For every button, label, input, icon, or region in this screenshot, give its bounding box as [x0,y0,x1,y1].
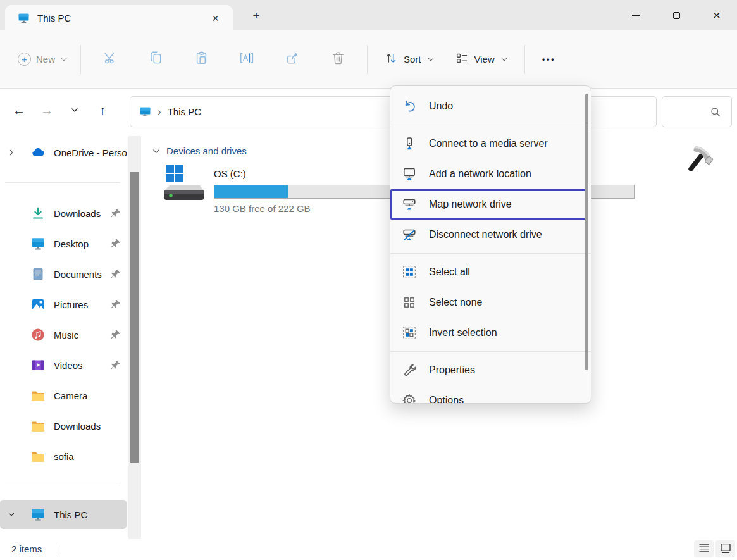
pin-icon [110,299,121,310]
chevron-down-icon [60,56,68,63]
sidebar-item-label: This PC [54,509,127,520]
sidebar-item-desktop[interactable]: Desktop [0,232,127,256]
menu-item-label: Disconnect network drive [429,229,542,240]
nav-buttons: ← → ↑ [5,96,116,124]
tab-close-icon[interactable]: × [207,11,224,25]
sidebar-divider [5,485,120,485]
chevron-down-icon[interactable] [152,147,161,156]
paste-icon [194,51,209,68]
copy-button[interactable] [133,44,178,75]
sidebar-item-downloads-pinned[interactable]: Downloads [0,201,127,225]
menu-divider [390,125,591,125]
cut-button[interactable] [87,44,133,75]
close-button[interactable]: × [697,0,737,30]
rename-button[interactable] [224,44,269,75]
share-icon [285,51,300,68]
group-header-devices-and-drives[interactable]: Devices and drives [152,146,247,156]
folder-icon [30,449,46,464]
sidebar-item-pictures[interactable]: Pictures [0,292,127,316]
paste-button[interactable] [178,44,224,75]
sidebar-item-camera[interactable]: Camera [0,383,127,408]
sidebar-item-label: Music [54,330,110,340]
drive-free-space: 130 GB free of 222 GB [214,203,311,214]
breadcrumb-separator: › [158,106,161,118]
menu-item-connect-media-server[interactable]: Connect to a media server [390,128,591,159]
chevron-right-icon[interactable] [8,149,24,156]
status-bar: 2 items [0,539,737,560]
pin-icon [110,208,121,219]
sidebar-item-videos[interactable]: Videos [0,353,127,377]
tab-this-pc[interactable]: This PC × [5,5,233,30]
invert-selection-icon [402,325,417,340]
map-network-drive-icon [402,197,417,212]
sidebar-item-onedrive[interactable]: OneDrive - Perso [0,140,127,165]
command-toolbar: + New Sort View ••• [0,30,737,89]
hammer-image [679,140,719,180]
group-header-label: Devices and drives [166,146,247,156]
minimize-button[interactable] [616,0,656,30]
menu-item-select-all[interactable]: Select all [390,257,591,287]
menu-item-label: Connect to a media server [429,138,548,149]
options-gear-icon [402,393,417,404]
rename-icon [239,51,254,68]
forward-button[interactable]: → [33,96,61,124]
breadcrumb-this-pc[interactable]: This PC [168,106,201,117]
menu-item-properties[interactable]: Properties [390,355,591,385]
recent-locations-button[interactable] [61,96,89,124]
sidebar-divider [5,182,120,183]
pin-icon [110,268,121,280]
sort-button[interactable]: Sort [374,44,445,75]
media-server-icon [402,136,417,151]
sidebar-item-label: Documents [54,269,110,280]
navigation-pane: OneDrive - Perso Downloads Desktop Docum… [0,133,147,539]
os-drive-icon[interactable] [162,165,206,204]
search-box[interactable] [662,96,732,127]
menu-divider [390,253,591,254]
pin-icon [110,359,121,371]
maximize-button[interactable] [656,0,697,30]
menu-item-label: Properties [429,364,475,376]
sidebar-scrollbar-track[interactable] [128,136,141,539]
delete-button[interactable] [315,44,361,75]
menu-item-invert-selection[interactable]: Invert selection [390,318,591,348]
menu-item-map-network-drive[interactable]: Map network drive [390,189,591,220]
back-button[interactable]: ← [5,96,33,124]
cut-icon [103,51,118,68]
sidebar-item-label: Downloads [54,421,127,432]
view-button[interactable]: View [445,44,518,75]
large-thumbnails-view-button[interactable] [715,540,735,557]
sidebar-item-downloads-folder[interactable]: Downloads [0,414,127,438]
new-tab-button[interactable]: + [248,8,264,24]
sort-button-label: Sort [404,54,421,65]
menu-scrollbar-thumb[interactable] [585,94,588,370]
up-button[interactable]: ↑ [89,96,116,124]
undo-icon [402,99,417,114]
disconnect-network-drive-icon [402,227,417,242]
menu-item-undo[interactable]: Undo [390,91,591,121]
menu-item-label: Select all [429,266,470,278]
chevron-down-icon[interactable] [8,511,24,518]
menu-item-label: Select none [429,297,483,308]
list-view-button[interactable] [694,540,714,557]
menu-item-add-network-location[interactable]: Add a network location [390,159,591,189]
monitor-icon [30,507,46,522]
menu-item-disconnect-network-drive[interactable]: Disconnect network drive [390,220,591,250]
toolbar-divider [524,45,525,74]
properties-wrench-icon [402,363,417,378]
folder-icon [30,388,46,403]
sidebar-item-this-pc[interactable]: This PC [0,500,127,529]
see-more-button[interactable]: ••• [531,44,567,75]
address-row: ← → ↑ › This PC [0,89,737,133]
chevron-down-icon [427,56,435,63]
select-none-icon [402,295,417,310]
sidebar-item-sofia[interactable]: sofia [0,444,127,468]
menu-item-label: Map network drive [429,199,512,210]
sidebar-item-music[interactable]: Music [0,323,127,347]
document-icon [30,266,46,282]
new-button[interactable]: + New [11,47,74,71]
share-button[interactable] [269,44,315,75]
sidebar-item-documents[interactable]: Documents [0,262,127,286]
menu-item-select-none[interactable]: Select none [390,287,591,318]
menu-item-options[interactable]: Options [390,385,591,404]
sidebar-scrollbar-thumb[interactable] [130,172,139,463]
